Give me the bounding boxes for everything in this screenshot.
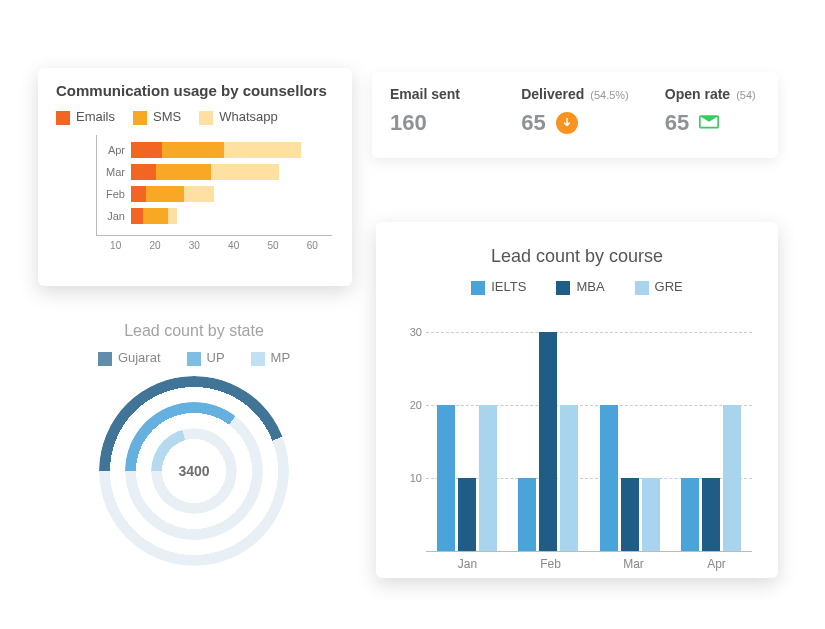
comm-row-feb: Feb (97, 183, 332, 205)
comm-seg-whatsapp (211, 164, 279, 180)
legend-gre: GRE (635, 279, 683, 295)
swatch-emails (56, 111, 70, 125)
comm-seg-emails (131, 142, 162, 158)
swatch-whatsapp (199, 111, 213, 125)
lead-count-by-state: Lead count by state Gujarat UP MP 3400 (54, 322, 334, 566)
course-bar-mba (702, 478, 720, 551)
legend-up: UP (187, 350, 225, 366)
legend-whatsapp: Whatsapp (199, 109, 278, 125)
dashboard-stage: Communication usage by counsellors Email… (0, 0, 825, 629)
legend-emails: Emails (56, 109, 115, 125)
comm-seg-whatsapp (184, 186, 215, 202)
legend-gujarat: Gujarat (98, 350, 161, 366)
course-bar-mba (621, 478, 639, 551)
comm-seg-whatsapp (168, 208, 177, 224)
down-arrow-icon (556, 112, 578, 134)
comm-ylabel: Feb (97, 188, 131, 200)
course-group-mar (589, 311, 671, 551)
envelope-icon (699, 113, 719, 134)
course-bar-gre (560, 405, 578, 550)
comm-ylabel: Jan (97, 210, 131, 222)
legend-ielts: IELTS (471, 279, 526, 295)
course-bar-gre (479, 405, 497, 550)
state-title: Lead count by state (54, 322, 334, 340)
course-bar-ielts (600, 405, 618, 550)
lead-count-by-course-card: Lead count by course IELTS MBA GRE 10203… (376, 222, 778, 578)
state-radial-chart: 3400 (99, 376, 289, 566)
course-bar-mba (539, 332, 557, 550)
comm-row-jan: Jan (97, 205, 332, 227)
legend-mp: MP (251, 350, 291, 366)
comm-seg-whatsapp (224, 142, 301, 158)
comm-seg-emails (131, 164, 156, 180)
comm-seg-emails (131, 186, 146, 202)
communication-usage-card: Communication usage by counsellors Email… (38, 68, 352, 286)
course-bar-gre (642, 478, 660, 551)
course-legend: IELTS MBA GRE (396, 279, 758, 295)
comm-seg-emails (131, 208, 143, 224)
state-legend: Gujarat UP MP (54, 350, 334, 366)
email-stats-card: Email sent 160 Delivered(54.5%) 65 Open … (372, 72, 778, 158)
course-group-feb (508, 311, 590, 551)
comm-row-mar: Mar (97, 161, 332, 183)
open-rate-value: 65 (665, 110, 689, 136)
comm-seg-sms (146, 186, 183, 202)
comm-ylabel: Apr (97, 144, 131, 156)
course-group-apr (671, 311, 753, 551)
comm-seg-sms (156, 164, 212, 180)
stat-open-rate: Open rate(54) 65 (647, 72, 778, 158)
email-sent-value: 160 (390, 110, 427, 136)
course-title: Lead count by course (396, 246, 758, 267)
legend-mba: MBA (556, 279, 604, 295)
communication-usage-legend: Emails SMS Whatsapp (56, 109, 334, 125)
comm-seg-sms (162, 142, 224, 158)
swatch-sms (133, 111, 147, 125)
course-bar-ielts (437, 405, 455, 550)
course-bar-ielts (681, 478, 699, 551)
comm-seg-sms (143, 208, 168, 224)
course-group-jan (426, 311, 508, 551)
legend-sms: SMS (133, 109, 181, 125)
comm-row-apr: Apr (97, 139, 332, 161)
stat-delivered: Delivered(54.5%) 65 (503, 72, 647, 158)
delivered-value: 65 (521, 110, 545, 136)
communication-usage-chart: AprMarFebJan 102030405060 (62, 135, 332, 275)
comm-ylabel: Mar (97, 166, 131, 178)
course-plot: 102030 (426, 311, 752, 551)
communication-usage-title: Communication usage by counsellors (56, 82, 334, 99)
course-bar-ielts (518, 478, 536, 551)
stat-email-sent: Email sent 160 (372, 72, 503, 158)
course-bar-gre (723, 405, 741, 550)
state-total: 3400 (178, 463, 209, 479)
course-bar-mba (458, 478, 476, 551)
